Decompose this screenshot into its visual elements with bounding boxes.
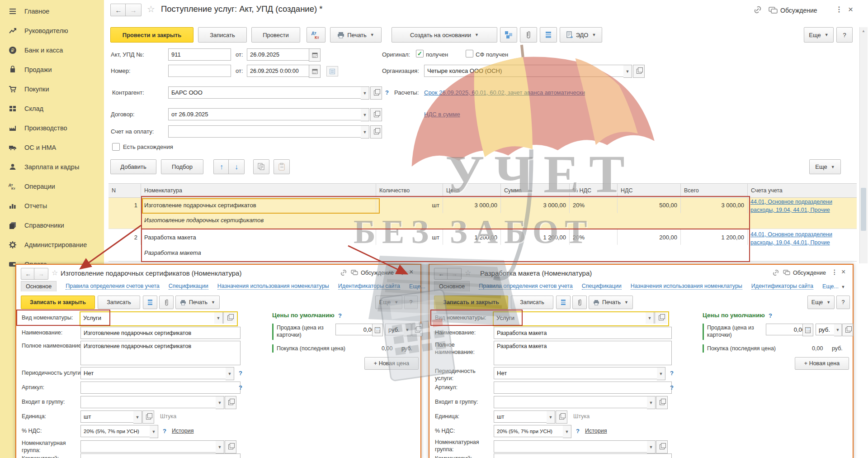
link-icon[interactable]: [753, 6, 762, 15]
vat-help[interactable]: ?: [163, 428, 166, 434]
window-help-button[interactable]: ?: [836, 296, 850, 309]
invoice-open-icon[interactable]: [370, 125, 382, 138]
col-sum[interactable]: Сумма: [501, 184, 570, 197]
period-dropdown[interactable]: ▼: [657, 367, 665, 380]
report-icon-button[interactable]: [540, 27, 557, 43]
tab-specifications[interactable]: Спецификации: [582, 283, 622, 290]
tab-usage[interactable]: Назначения использования номенклатуры: [217, 283, 329, 290]
col-total[interactable]: Всего: [681, 184, 748, 197]
kind-input[interactable]: Услуги: [80, 312, 217, 324]
prices-help[interactable]: ?: [769, 312, 772, 319]
discussion-label[interactable]: Обсуждение: [780, 7, 817, 14]
group-dropdown[interactable]: ▼: [647, 396, 656, 409]
scroll-up-arrow[interactable]: ▲: [862, 29, 865, 33]
contractor-open-icon[interactable]: [370, 86, 382, 100]
group-open-icon[interactable]: [225, 396, 236, 409]
nomgroup-dropdown[interactable]: ▼: [216, 440, 224, 453]
window-more-button[interactable]: Еще▼: [807, 296, 835, 309]
article-input[interactable]: [80, 382, 241, 394]
save-button[interactable]: Записать: [511, 296, 553, 309]
toolbar-more-button[interactable]: Еще▼: [804, 27, 834, 43]
save-button[interactable]: Записать: [98, 296, 140, 309]
close-icon[interactable]: ×: [409, 268, 413, 276]
sidebar-item-spravochniki[interactable]: Справочники: [0, 218, 104, 233]
period-input[interactable]: Нет: [80, 367, 231, 379]
contract-input[interactable]: от 26.09.2025: [168, 108, 367, 120]
col-price[interactable]: Цена: [443, 184, 501, 197]
sidebar-item-sklad[interactable]: Склад: [0, 101, 104, 116]
kind-dropdown[interactable]: ▼: [214, 312, 223, 324]
back-button[interactable]: ←: [21, 268, 35, 280]
contractor-dropdown[interactable]: ▼: [361, 86, 369, 100]
unit-input[interactable]: шт: [494, 410, 552, 423]
favorite-star-icon[interactable]: ☆: [465, 268, 471, 277]
tab-specifications[interactable]: Спецификации: [169, 283, 208, 290]
print-button[interactable]: Печать▼: [330, 27, 382, 43]
col-n[interactable]: N: [108, 184, 141, 197]
favorite-star-icon[interactable]: ☆: [147, 4, 155, 14]
close-icon[interactable]: ×: [848, 5, 853, 14]
period-help[interactable]: ?: [239, 370, 242, 377]
calendar-icon[interactable]: [309, 65, 321, 78]
print-button[interactable]: Печать▼: [589, 296, 633, 309]
pick-button[interactable]: Подбор: [161, 159, 203, 174]
sidebar-item-otchety[interactable]: Отчеты: [0, 198, 104, 214]
number-input[interactable]: [168, 65, 231, 77]
prices-help[interactable]: ?: [338, 312, 342, 319]
forward-button[interactable]: →: [34, 268, 48, 280]
scrollbar-thumb[interactable]: [861, 188, 866, 231]
currency-open-icon[interactable]: [842, 324, 853, 336]
save-close-button[interactable]: Записать и закрыть: [21, 296, 95, 309]
calendar-icon[interactable]: [309, 48, 321, 62]
post-close-button[interactable]: Провести и закрыть: [110, 27, 193, 43]
calculator-icon[interactable]: [372, 324, 383, 336]
tab-main[interactable]: Основное: [21, 281, 57, 291]
name-input[interactable]: Изготовление подарочных сертификатов: [80, 327, 241, 339]
paperclip-icon-button[interactable]: [572, 296, 587, 309]
kebab-menu-icon[interactable]: ⋮: [831, 268, 838, 276]
save-close-button[interactable]: Записать и закрыть: [434, 296, 508, 309]
organization-dropdown[interactable]: ▼: [623, 65, 632, 78]
print-button[interactable]: Печать▼: [175, 296, 220, 309]
vat-help[interactable]: ?: [576, 428, 580, 434]
window-help-button[interactable]: ?: [404, 296, 418, 309]
paste-icon[interactable]: [274, 159, 290, 174]
discussion-label[interactable]: Обсуждение: [793, 270, 826, 276]
act-date-input[interactable]: 26.09.2025: [247, 48, 315, 61]
kind-open-icon[interactable]: [655, 312, 667, 324]
settlements-link[interactable]: Срок 26.09.2025, 60.01, 60.02, зачет ава…: [424, 89, 585, 96]
tab-account-rules[interactable]: Правила определения счетов учета: [479, 283, 572, 290]
unit-dropdown[interactable]: ▼: [133, 410, 142, 424]
currency-dropdown[interactable]: ▼: [404, 324, 411, 336]
cell-accounts[interactable]: 44.01, Основное подразделени расходы, 19…: [750, 231, 854, 260]
help-button[interactable]: ?: [836, 27, 853, 43]
tab-account-rules[interactable]: Правила определения счетов учета: [66, 283, 159, 290]
article-help[interactable]: ?: [239, 384, 242, 391]
vat-history-link[interactable]: История: [585, 428, 607, 435]
sidebar-item-os-nma[interactable]: ОС и НМА: [0, 140, 104, 155]
forward-button[interactable]: →: [125, 4, 142, 16]
tab-main[interactable]: Основное: [434, 281, 470, 291]
name-input[interactable]: Разработка макета: [494, 327, 672, 339]
cell-nomenclature[interactable]: Изготовление подарочных сертификатов: [141, 197, 376, 213]
invoice-dropdown[interactable]: ▼: [361, 125, 369, 138]
discussion-icon[interactable]: [351, 270, 359, 277]
new-price-button[interactable]: + Новая цена: [364, 357, 419, 370]
kind-dropdown[interactable]: ▼: [646, 312, 654, 324]
tab-more[interactable]: Еще... ▼: [822, 283, 845, 290]
kebab-menu-icon[interactable]: ⋮: [835, 5, 843, 14]
invoice-input[interactable]: [168, 125, 367, 138]
tab-site-ids[interactable]: Идентификаторы сайта: [751, 283, 813, 290]
fullname-textarea[interactable]: Изготовление подарочных сертификатов: [80, 341, 241, 365]
comment-input[interactable]: [494, 453, 672, 458]
create-based-on-button[interactable]: Создать на основании▼: [392, 27, 497, 43]
report-icon-button[interactable]: [143, 296, 157, 309]
nomgroup-input[interactable]: [494, 440, 653, 453]
vat-in-sum-link[interactable]: НДС в сумме: [424, 111, 460, 118]
article-input[interactable]: [494, 382, 672, 394]
sale-price-input[interactable]: 0,00: [335, 324, 378, 335]
sidebar-item-proizvodstvo[interactable]: Производство: [0, 120, 104, 136]
col-accounts[interactable]: Счета учета: [748, 184, 857, 197]
col-vat-rate[interactable]: % НДС: [570, 184, 618, 197]
vat-history-link[interactable]: История: [172, 428, 193, 435]
